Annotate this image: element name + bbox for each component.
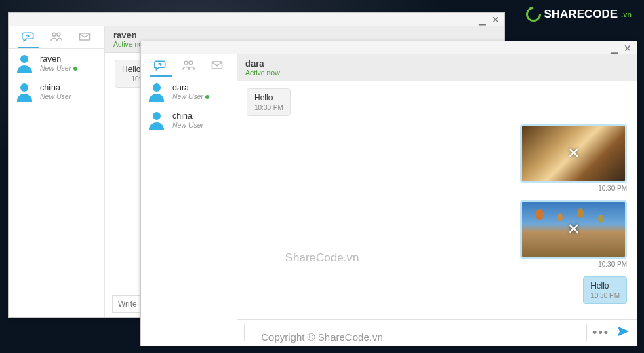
chat-status: Active now [245,69,628,77]
close-icon[interactable]: ✕ [623,43,632,52]
contact-sub: New User [172,121,203,129]
chat-title: dara [245,58,628,69]
message-text: Hello [122,64,140,74]
message-time: 10:30 PM [520,185,627,192]
message-time: 10: [122,75,140,83]
message-list[interactable]: Hello 10:30 PM ✕ 10:30 PM ✕ 10:30 PM Hel… [237,81,637,319]
svg-point-2 [57,33,60,36]
minimize-icon[interactable]: ▁ [477,15,487,24]
contact-name: china [172,111,203,121]
chat-title: raven [113,30,496,40]
message-text: Hello [254,93,283,103]
logo-tld: .vn [621,10,632,18]
tab-mail[interactable] [206,55,228,77]
message-in[interactable]: Hello 10:30 PM [247,88,291,116]
chat-header: dara Active now [237,54,637,81]
contact-china[interactable]: china New User [9,77,104,106]
message-time: 10:30 PM [254,104,283,111]
send-icon[interactable] [616,324,630,341]
image-remove-icon[interactable]: ✕ [567,145,580,162]
image-attachment[interactable]: ✕ [520,124,627,183]
avatar [146,110,167,130]
sharecode-logo: SHARECODE.vn [526,7,632,22]
contact-sub: New User [40,64,77,72]
svg-point-5 [185,61,188,64]
message-out[interactable]: Hello 10:30 PM [583,276,627,304]
contact-sub: New User [40,92,71,100]
contact-dara[interactable]: dara New User [141,77,237,106]
presence-dot [73,67,77,71]
tab-contacts[interactable] [45,26,67,48]
contact-name: raven [40,54,77,64]
contact-raven[interactable]: raven New User [9,49,104,77]
more-icon[interactable]: ••• [592,326,609,340]
titlebar[interactable]: ▁ ✕ [141,41,637,54]
tab-chats[interactable] [150,55,172,77]
avatar [14,53,35,73]
logo-text: SHARECODE [544,7,618,21]
sidebar-tabs [9,26,104,49]
contact-name: china [40,83,71,92]
compose-input[interactable] [244,324,587,341]
image-attachment[interactable]: ✕ [520,200,627,259]
tab-mail[interactable] [74,26,96,48]
presence-dot [205,95,209,99]
contact-sub: New User [172,92,209,100]
tab-contacts[interactable] [178,55,199,77]
minimize-icon[interactable]: ▁ [609,43,619,52]
sidebar: raven New User china New User [9,26,105,317]
avatar [14,81,35,102]
image-remove-icon[interactable]: ✕ [567,221,580,238]
compose-row: ••• [237,319,637,346]
svg-point-1 [53,33,56,36]
contact-list: dara New User china New User [141,77,237,346]
contact-list: raven New User china New User [9,49,104,317]
logo-spinner-icon [523,4,544,25]
contact-name: dara [172,83,209,92]
avatar [146,81,167,102]
svg-point-6 [189,61,193,64]
message-time: 10:30 PM [590,292,620,299]
sidebar: dara New User china New User [141,54,237,346]
chat-panel: dara Active now Hello 10:30 PM ✕ 10:30 P… [237,54,637,346]
message-text: Hello [590,281,620,291]
contact-china[interactable]: china New User [141,106,237,134]
message-out-image[interactable]: ✕ 10:30 PM [520,200,627,268]
chat-window-dara[interactable]: ▁ ✕ dara New User c [140,41,637,346]
titlebar[interactable]: ▁ ✕ [9,13,504,26]
message-time: 10:30 PM [520,261,627,268]
sidebar-tabs [141,54,237,77]
close-icon[interactable]: ✕ [491,15,500,24]
tab-chats[interactable] [18,26,39,48]
message-out-image[interactable]: ✕ 10:30 PM [520,124,627,192]
